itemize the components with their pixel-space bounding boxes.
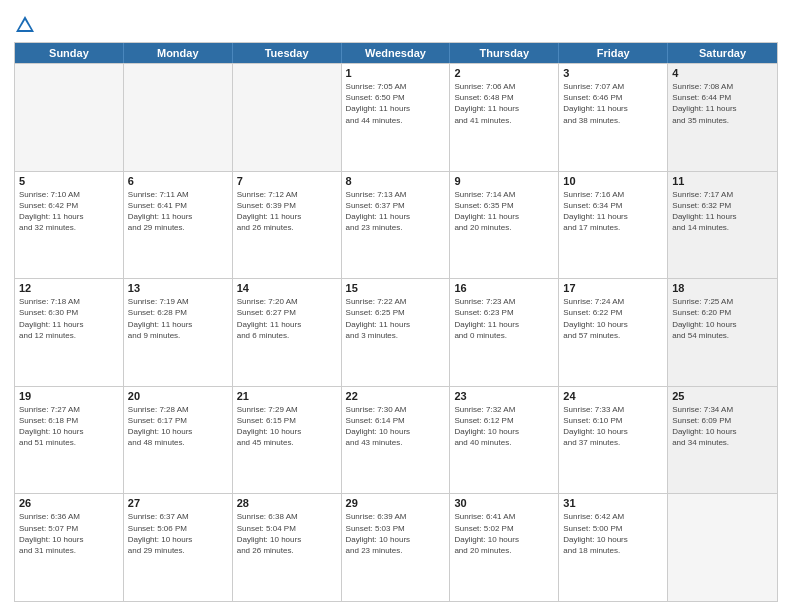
calendar-cell: 5Sunrise: 7:10 AM Sunset: 6:42 PM Daylig… [15,172,124,279]
day-info: Sunrise: 7:23 AM Sunset: 6:23 PM Dayligh… [454,296,554,341]
calendar-cell: 19Sunrise: 7:27 AM Sunset: 6:18 PM Dayli… [15,387,124,494]
calendar-header-cell: Friday [559,43,668,63]
calendar-cell [233,64,342,171]
day-info: Sunrise: 7:19 AM Sunset: 6:28 PM Dayligh… [128,296,228,341]
calendar-cell: 13Sunrise: 7:19 AM Sunset: 6:28 PM Dayli… [124,279,233,386]
day-number: 20 [128,390,228,402]
day-number: 28 [237,497,337,509]
day-number: 23 [454,390,554,402]
day-number: 18 [672,282,773,294]
calendar-cell: 11Sunrise: 7:17 AM Sunset: 6:32 PM Dayli… [668,172,777,279]
day-number: 13 [128,282,228,294]
calendar-row: 1Sunrise: 7:05 AM Sunset: 6:50 PM Daylig… [15,63,777,171]
day-number: 24 [563,390,663,402]
calendar-cell: 20Sunrise: 7:28 AM Sunset: 6:17 PM Dayli… [124,387,233,494]
day-info: Sunrise: 6:39 AM Sunset: 5:03 PM Dayligh… [346,511,446,556]
day-number: 1 [346,67,446,79]
calendar-header: SundayMondayTuesdayWednesdayThursdayFrid… [15,43,777,63]
day-number: 10 [563,175,663,187]
day-number: 26 [19,497,119,509]
day-number: 29 [346,497,446,509]
day-info: Sunrise: 6:37 AM Sunset: 5:06 PM Dayligh… [128,511,228,556]
day-number: 22 [346,390,446,402]
day-number: 6 [128,175,228,187]
day-info: Sunrise: 7:11 AM Sunset: 6:41 PM Dayligh… [128,189,228,234]
calendar: SundayMondayTuesdayWednesdayThursdayFrid… [14,42,778,602]
day-info: Sunrise: 7:29 AM Sunset: 6:15 PM Dayligh… [237,404,337,449]
day-number: 30 [454,497,554,509]
day-info: Sunrise: 7:16 AM Sunset: 6:34 PM Dayligh… [563,189,663,234]
calendar-cell: 27Sunrise: 6:37 AM Sunset: 5:06 PM Dayli… [124,494,233,601]
calendar-cell: 24Sunrise: 7:33 AM Sunset: 6:10 PM Dayli… [559,387,668,494]
calendar-cell: 15Sunrise: 7:22 AM Sunset: 6:25 PM Dayli… [342,279,451,386]
day-info: Sunrise: 7:05 AM Sunset: 6:50 PM Dayligh… [346,81,446,126]
day-info: Sunrise: 7:22 AM Sunset: 6:25 PM Dayligh… [346,296,446,341]
day-number: 27 [128,497,228,509]
calendar-cell: 7Sunrise: 7:12 AM Sunset: 6:39 PM Daylig… [233,172,342,279]
calendar-cell: 1Sunrise: 7:05 AM Sunset: 6:50 PM Daylig… [342,64,451,171]
calendar-cell: 31Sunrise: 6:42 AM Sunset: 5:00 PM Dayli… [559,494,668,601]
calendar-cell: 3Sunrise: 7:07 AM Sunset: 6:46 PM Daylig… [559,64,668,171]
calendar-cell: 18Sunrise: 7:25 AM Sunset: 6:20 PM Dayli… [668,279,777,386]
day-info: Sunrise: 6:42 AM Sunset: 5:00 PM Dayligh… [563,511,663,556]
day-number: 7 [237,175,337,187]
day-number: 4 [672,67,773,79]
logo-icon [14,14,36,36]
calendar-cell [668,494,777,601]
calendar-cell: 8Sunrise: 7:13 AM Sunset: 6:37 PM Daylig… [342,172,451,279]
day-number: 11 [672,175,773,187]
day-number: 16 [454,282,554,294]
day-info: Sunrise: 7:07 AM Sunset: 6:46 PM Dayligh… [563,81,663,126]
day-info: Sunrise: 7:25 AM Sunset: 6:20 PM Dayligh… [672,296,773,341]
day-number: 31 [563,497,663,509]
calendar-cell: 16Sunrise: 7:23 AM Sunset: 6:23 PM Dayli… [450,279,559,386]
calendar-cell [15,64,124,171]
calendar-cell [124,64,233,171]
calendar-cell: 26Sunrise: 6:36 AM Sunset: 5:07 PM Dayli… [15,494,124,601]
header [14,10,778,36]
day-info: Sunrise: 7:20 AM Sunset: 6:27 PM Dayligh… [237,296,337,341]
calendar-row: 5Sunrise: 7:10 AM Sunset: 6:42 PM Daylig… [15,171,777,279]
calendar-cell: 9Sunrise: 7:14 AM Sunset: 6:35 PM Daylig… [450,172,559,279]
day-info: Sunrise: 7:10 AM Sunset: 6:42 PM Dayligh… [19,189,119,234]
day-info: Sunrise: 7:18 AM Sunset: 6:30 PM Dayligh… [19,296,119,341]
day-number: 19 [19,390,119,402]
day-info: Sunrise: 7:12 AM Sunset: 6:39 PM Dayligh… [237,189,337,234]
calendar-header-cell: Saturday [668,43,777,63]
calendar-cell: 21Sunrise: 7:29 AM Sunset: 6:15 PM Dayli… [233,387,342,494]
calendar-cell: 6Sunrise: 7:11 AM Sunset: 6:41 PM Daylig… [124,172,233,279]
day-number: 2 [454,67,554,79]
calendar-cell: 17Sunrise: 7:24 AM Sunset: 6:22 PM Dayli… [559,279,668,386]
calendar-cell: 28Sunrise: 6:38 AM Sunset: 5:04 PM Dayli… [233,494,342,601]
day-info: Sunrise: 6:38 AM Sunset: 5:04 PM Dayligh… [237,511,337,556]
day-info: Sunrise: 7:33 AM Sunset: 6:10 PM Dayligh… [563,404,663,449]
calendar-cell: 2Sunrise: 7:06 AM Sunset: 6:48 PM Daylig… [450,64,559,171]
day-info: Sunrise: 7:13 AM Sunset: 6:37 PM Dayligh… [346,189,446,234]
day-info: Sunrise: 7:27 AM Sunset: 6:18 PM Dayligh… [19,404,119,449]
calendar-cell: 29Sunrise: 6:39 AM Sunset: 5:03 PM Dayli… [342,494,451,601]
day-info: Sunrise: 6:41 AM Sunset: 5:02 PM Dayligh… [454,511,554,556]
calendar-header-cell: Thursday [450,43,559,63]
day-info: Sunrise: 7:30 AM Sunset: 6:14 PM Dayligh… [346,404,446,449]
day-number: 12 [19,282,119,294]
day-info: Sunrise: 7:08 AM Sunset: 6:44 PM Dayligh… [672,81,773,126]
calendar-header-cell: Sunday [15,43,124,63]
calendar-cell: 4Sunrise: 7:08 AM Sunset: 6:44 PM Daylig… [668,64,777,171]
day-number: 14 [237,282,337,294]
day-info: Sunrise: 7:14 AM Sunset: 6:35 PM Dayligh… [454,189,554,234]
calendar-cell: 25Sunrise: 7:34 AM Sunset: 6:09 PM Dayli… [668,387,777,494]
calendar-cell: 12Sunrise: 7:18 AM Sunset: 6:30 PM Dayli… [15,279,124,386]
calendar-cell: 14Sunrise: 7:20 AM Sunset: 6:27 PM Dayli… [233,279,342,386]
calendar-header-cell: Tuesday [233,43,342,63]
day-info: Sunrise: 7:28 AM Sunset: 6:17 PM Dayligh… [128,404,228,449]
calendar-row: 12Sunrise: 7:18 AM Sunset: 6:30 PM Dayli… [15,278,777,386]
day-info: Sunrise: 7:06 AM Sunset: 6:48 PM Dayligh… [454,81,554,126]
day-number: 25 [672,390,773,402]
day-info: Sunrise: 7:24 AM Sunset: 6:22 PM Dayligh… [563,296,663,341]
day-number: 8 [346,175,446,187]
calendar-header-cell: Monday [124,43,233,63]
day-number: 21 [237,390,337,402]
day-number: 9 [454,175,554,187]
day-number: 15 [346,282,446,294]
day-number: 17 [563,282,663,294]
